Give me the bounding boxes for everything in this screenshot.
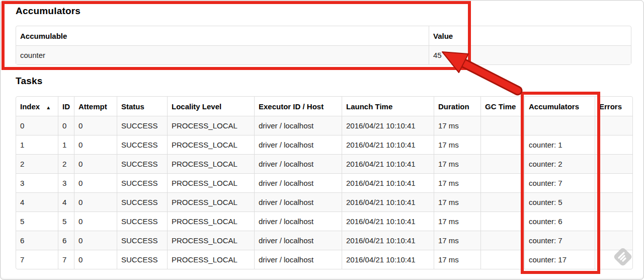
cell-id: 1 [58, 135, 74, 154]
cell-index: 4 [16, 192, 58, 212]
cell-index: 3 [16, 173, 58, 192]
column-header-index[interactable]: Index▲ [16, 97, 58, 116]
column-header-id[interactable]: ID [58, 97, 74, 116]
cell-gc-time [480, 173, 524, 192]
cell-gc-time [480, 212, 524, 231]
cell-accumulable: counter [16, 45, 429, 64]
column-header-errors[interactable]: Errors [595, 97, 632, 116]
cell-status: SUCCESS [117, 173, 167, 192]
cell-locality-level: PROCESS_LOCAL [167, 212, 254, 231]
table-row: 440SUCCESSPROCESS_LOCALdriver / localhos… [16, 192, 632, 212]
cell-duration: 17 ms [434, 173, 480, 192]
cell-accumulators: counter: 7 [524, 231, 595, 250]
table-row: 660SUCCESSPROCESS_LOCALdriver / localhos… [16, 231, 632, 250]
table-row: 770SUCCESSPROCESS_LOCALdriver / localhos… [16, 250, 632, 269]
cell-accumulators: counter: 7 [524, 173, 595, 192]
cell-attempt: 0 [74, 192, 117, 212]
column-header-accumulators[interactable]: Accumulators [524, 97, 595, 116]
column-header-attempt[interactable]: Attempt [74, 97, 117, 116]
tasks-table: Index▲IDAttemptStatusLocality LevelExecu… [16, 96, 633, 269]
tasks-section-heading: Tasks [16, 76, 42, 87]
cell-attempt: 0 [74, 135, 117, 154]
cell-errors [595, 154, 632, 173]
column-header-accumulable[interactable]: Accumulable [16, 26, 429, 45]
cell-duration: 17 ms [434, 250, 480, 269]
column-header-locality-level[interactable]: Locality Level [167, 97, 254, 116]
cell-gc-time [480, 250, 524, 269]
cell-attempt: 0 [74, 173, 117, 192]
sort-ascending-icon: ▲ [46, 105, 51, 110]
cell-id: 5 [58, 212, 74, 231]
column-header-gc-time[interactable]: GC Time [480, 97, 524, 116]
cell-gc-time [480, 135, 524, 154]
column-header-launch-time[interactable]: Launch Time [342, 97, 434, 116]
cell-launch-time: 2016/04/21 10:10:41 [342, 173, 434, 192]
cell-locality-level: PROCESS_LOCAL [167, 154, 254, 173]
cell-gc-time [480, 154, 524, 173]
accumulators-table: AccumulableValuecounter45 [16, 26, 631, 65]
cell-status: SUCCESS [117, 154, 167, 173]
cell-locality-level: PROCESS_LOCAL [167, 135, 254, 154]
cell-value: 45 [429, 45, 631, 64]
table-row: 000SUCCESSPROCESS_LOCALdriver / localhos… [16, 116, 632, 135]
cell-gc-time [480, 231, 524, 250]
cell-accumulators: counter: 6 [524, 212, 595, 231]
cell-errors [595, 212, 632, 231]
cell-id: 4 [58, 192, 74, 212]
cell-id: 2 [58, 154, 74, 173]
column-header-value[interactable]: Value [429, 26, 631, 45]
cell-accumulators: counter: 2 [524, 154, 595, 173]
cell-launch-time: 2016/04/21 10:10:41 [342, 250, 434, 269]
cell-id: 7 [58, 250, 74, 269]
cell-locality-level: PROCESS_LOCAL [167, 192, 254, 212]
cell-duration: 17 ms [434, 116, 480, 135]
cell-executor-id-host: driver / localhost [254, 135, 342, 154]
cell-id: 3 [58, 173, 74, 192]
cell-index: 6 [16, 231, 58, 250]
cell-executor-id-host: driver / localhost [254, 154, 342, 173]
cell-status: SUCCESS [117, 192, 167, 212]
cell-accumulators: counter: 5 [524, 192, 595, 212]
cell-index: 0 [16, 116, 58, 135]
cell-status: SUCCESS [117, 135, 167, 154]
cell-duration: 17 ms [434, 135, 480, 154]
table-row: counter45 [16, 45, 631, 64]
cell-executor-id-host: driver / localhost [254, 116, 342, 135]
cell-executor-id-host: driver / localhost [254, 231, 342, 250]
cell-errors [595, 135, 632, 154]
cell-launch-time: 2016/04/21 10:10:41 [342, 212, 434, 231]
column-header-executor-id-host[interactable]: Executor ID / Host [254, 97, 342, 116]
cell-status: SUCCESS [117, 212, 167, 231]
cell-launch-time: 2016/04/21 10:10:41 [342, 231, 434, 250]
cell-gc-time [480, 116, 524, 135]
cell-status: SUCCESS [117, 250, 167, 269]
cell-attempt: 0 [74, 231, 117, 250]
cell-duration: 17 ms [434, 231, 480, 250]
cell-status: SUCCESS [117, 116, 167, 135]
cell-id: 6 [58, 231, 74, 250]
cell-gc-time [480, 192, 524, 212]
cell-index: 1 [16, 135, 58, 154]
cell-attempt: 0 [74, 250, 117, 269]
table-row: 330SUCCESSPROCESS_LOCALdriver / localhos… [16, 173, 632, 192]
cell-accumulators [524, 116, 595, 135]
cell-attempt: 0 [74, 212, 117, 231]
cell-launch-time: 2016/04/21 10:10:41 [342, 116, 434, 135]
spark-stage-details-page: Accumulators AccumulableValuecounter45 T… [0, 0, 644, 280]
cell-executor-id-host: driver / localhost [254, 250, 342, 269]
header-row: AccumulableValue [16, 26, 631, 45]
cell-duration: 17 ms [434, 212, 480, 231]
column-header-duration[interactable]: Duration [434, 97, 480, 116]
column-header-status[interactable]: Status [117, 97, 167, 116]
cell-errors [595, 116, 632, 135]
cell-executor-id-host: driver / localhost [254, 192, 342, 212]
table-row: 110SUCCESSPROCESS_LOCALdriver / localhos… [16, 135, 632, 154]
cell-attempt: 0 [74, 154, 117, 173]
cell-index: 7 [16, 250, 58, 269]
cell-status: SUCCESS [117, 231, 167, 250]
cell-accumulators: counter: 1 [524, 135, 595, 154]
cell-index: 2 [16, 154, 58, 173]
cell-launch-time: 2016/04/21 10:10:41 [342, 154, 434, 173]
cell-locality-level: PROCESS_LOCAL [167, 231, 254, 250]
cell-locality-level: PROCESS_LOCAL [167, 116, 254, 135]
